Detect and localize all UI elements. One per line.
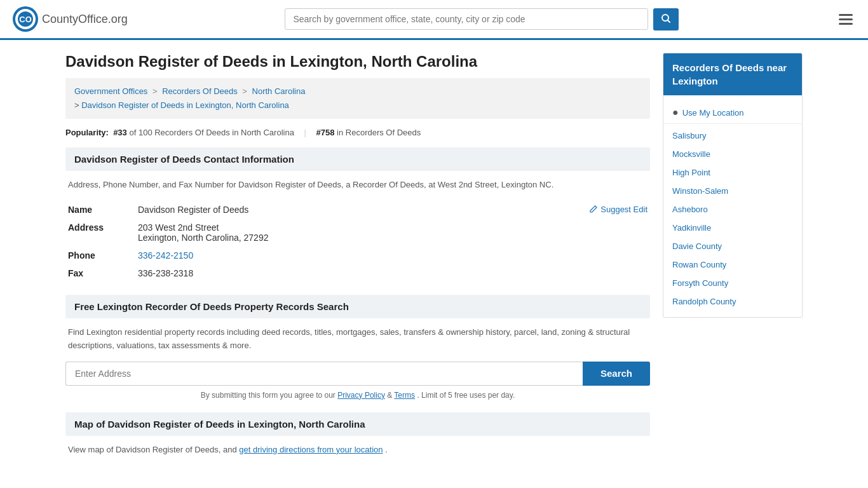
sidebar-link-forsyth-county[interactable]: Forsyth County [663, 274, 802, 292]
sidebar-link-asheboro[interactable]: Asheboro [663, 200, 802, 219]
svg-text:CO: CO [19, 15, 32, 24]
terms-link[interactable]: Terms [394, 391, 415, 400]
sidebar-link-yadkinville[interactable]: Yadkinville [663, 219, 802, 237]
breadcrumb-link-3[interactable]: North Carolina [252, 86, 306, 96]
content-area: Davidson Register of Deeds in Lexington,… [65, 53, 650, 469]
header-search-button[interactable] [653, 8, 679, 30]
breadcrumb-link-1[interactable]: Government Offices [74, 86, 147, 96]
breadcrumb-link-4[interactable]: Davidson Register of Deeds in Lexington,… [81, 100, 289, 110]
breadcrumb-sep-3: > [74, 100, 81, 110]
site-header: CO CountyOffice.org [0, 0, 868, 40]
search-submit-button[interactable]: Search [583, 362, 650, 386]
sidebar-panel-body: ● Use My Location Salisbury Mocksville H… [663, 95, 802, 317]
name-value: Davidson Register of Deeds Suggest Edit [135, 201, 650, 219]
contact-description: Address, Phone Number, and Fax Number fo… [65, 179, 650, 192]
phone-value: 336-242-2150 [135, 247, 650, 264]
logo-text: CountyOffice.org [42, 13, 128, 26]
hamburger-icon [839, 14, 853, 25]
name-label: Name [65, 201, 135, 219]
page-title: Davidson Register of Deeds in Lexington,… [65, 53, 650, 71]
address-search-input[interactable] [65, 362, 583, 386]
breadcrumb: Government Offices > Recorders Of Deeds … [65, 78, 650, 119]
popularity-label: Popularity: [65, 128, 109, 137]
table-row: Phone 336-242-2150 [65, 247, 650, 264]
property-search-form: Search [65, 362, 650, 386]
table-row: Address 203 West 2nd Street Lexington, N… [65, 219, 650, 247]
popularity-total2: in Recorders Of Deeds [337, 128, 421, 137]
suggest-edit-button[interactable]: Suggest Edit [589, 205, 648, 214]
breadcrumb-sep-1: > [153, 86, 158, 96]
sidebar-link-winston-salem[interactable]: Winston-Salem [663, 182, 802, 200]
contact-section: Davidson Register of Deeds Contact Infor… [65, 147, 650, 282]
sidebar-link-salisbury[interactable]: Salisbury [663, 126, 802, 145]
address-label: Address [65, 219, 135, 247]
svg-line-5 [668, 20, 670, 22]
fax-value: 336-238-2318 [135, 264, 650, 282]
property-section-header: Free Lexington Recorder Of Deeds Propert… [65, 295, 650, 318]
fax-label: Fax [65, 264, 135, 282]
property-search-section: Free Lexington Recorder Of Deeds Propert… [65, 295, 650, 400]
sidebar-link-high-point[interactable]: High Point [663, 163, 802, 182]
hamburger-menu-button[interactable] [836, 11, 855, 27]
breadcrumb-sep-2: > [242, 86, 247, 96]
map-section: Map of Davidson Register of Deeds in Lex… [65, 412, 650, 457]
map-description: View map of Davidson Register of Deeds, … [65, 444, 650, 457]
sidebar: Recorders Of Deeds near Lexington ● Use … [663, 53, 803, 469]
property-description: Find Lexington residential property reco… [65, 326, 650, 353]
use-my-location-link[interactable]: ● Use My Location [663, 102, 802, 124]
sidebar-panel: Recorders Of Deeds near Lexington ● Use … [663, 53, 803, 318]
logo[interactable]: CO CountyOffice.org [13, 6, 128, 32]
sidebar-link-rowan-county[interactable]: Rowan County [663, 255, 802, 274]
sidebar-link-davie-county[interactable]: Davie County [663, 237, 802, 255]
driving-directions-link[interactable]: get driving directions from your locatio… [239, 445, 383, 454]
search-icon [661, 13, 671, 24]
header-search-input[interactable] [285, 8, 648, 30]
logo-icon: CO [13, 6, 38, 32]
popularity-bar: Popularity: #33 of 100 Recorders Of Deed… [65, 128, 650, 137]
table-row: Name Davidson Register of Deeds Suggest … [65, 201, 650, 219]
breadcrumb-link-2[interactable]: Recorders Of Deeds [162, 86, 238, 96]
popularity-rank1: #33 [113, 128, 127, 137]
location-pin-icon: ● [672, 107, 679, 118]
phone-label: Phone [65, 247, 135, 264]
privacy-policy-link[interactable]: Privacy Policy [337, 391, 385, 400]
popularity-total1: of 100 Recorders Of Deeds in North Carol… [129, 128, 294, 137]
contact-section-header: Davidson Register of Deeds Contact Infor… [65, 147, 650, 171]
sidebar-link-randolph-county[interactable]: Randolph County [663, 292, 802, 311]
sidebar-link-mocksville[interactable]: Mocksville [663, 145, 802, 163]
table-row: Fax 336-238-2318 [65, 264, 650, 282]
address-value: 203 West 2nd Street Lexington, North Car… [135, 219, 650, 247]
header-search-area [285, 8, 679, 30]
edit-icon [589, 205, 598, 214]
map-section-header: Map of Davidson Register of Deeds in Lex… [65, 412, 650, 436]
popularity-rank2: #758 [316, 128, 335, 137]
form-disclaimer: By submitting this form you agree to our… [65, 391, 650, 400]
contact-table: Name Davidson Register of Deeds Suggest … [65, 201, 650, 282]
sidebar-panel-header: Recorders Of Deeds near Lexington [663, 53, 802, 95]
phone-link[interactable]: 336-242-2150 [138, 250, 193, 261]
main-container: Davidson Register of Deeds in Lexington,… [53, 40, 815, 482]
